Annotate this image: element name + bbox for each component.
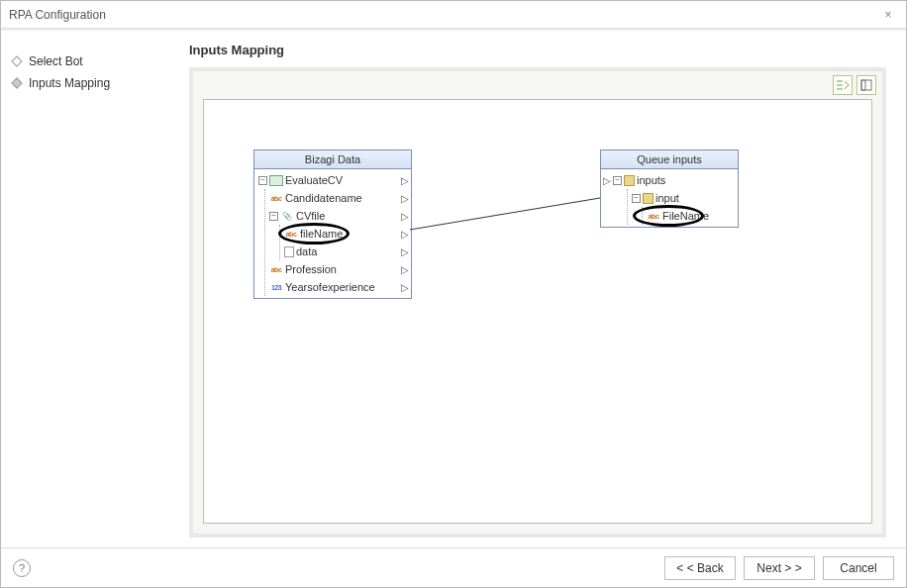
text-icon: abc [269, 193, 283, 204]
tree-row-filename[interactable]: abc fileName ▷ [284, 225, 411, 243]
mapping-canvas-wrap: Bizagi Data − EvaluateCV ▷ [189, 67, 886, 538]
output-port[interactable]: ▷ [401, 211, 409, 222]
tree-label: fileName [300, 228, 343, 240]
text-icon: abc [647, 211, 660, 222]
next-button[interactable]: Next > > [744, 556, 815, 580]
tree-row-evaluatecv[interactable]: − EvaluateCV ▷ [254, 171, 411, 189]
output-port[interactable]: ▷ [401, 246, 409, 257]
svg-rect-1 [861, 80, 865, 90]
collapse-icon[interactable]: − [258, 176, 267, 185]
step-select-bot[interactable]: Select Bot [13, 50, 167, 72]
tree-row-inputs[interactable]: ▷ − inputs [601, 171, 738, 189]
auto-map-icon [836, 79, 850, 91]
file-icon [284, 246, 294, 257]
collapse-icon[interactable]: − [613, 176, 622, 185]
text-icon: abc [269, 264, 283, 275]
tree-label: Profession [285, 263, 337, 275]
tree-row-cvfile[interactable]: − 📎 CVfile ▷ [269, 207, 411, 225]
layout-button[interactable] [857, 75, 876, 95]
help-button[interactable]: ? [13, 559, 31, 577]
svg-line-2 [410, 198, 600, 230]
cancel-button[interactable]: Cancel [823, 556, 894, 580]
section-title: Inputs Mapping [189, 43, 886, 57]
output-port[interactable]: ▷ [401, 264, 409, 275]
output-port[interactable]: ▷ [401, 229, 409, 240]
attachment-icon: 📎 [280, 211, 294, 222]
footer: ? < < Back Next > > Cancel [1, 547, 906, 587]
wizard-sidebar: Select Bot Inputs Mapping [1, 31, 179, 547]
back-button[interactable]: < < Back [664, 556, 736, 580]
layout-icon [860, 79, 872, 91]
number-icon: 123 [269, 282, 283, 293]
step-inputs-mapping[interactable]: Inputs Mapping [13, 72, 167, 94]
mapping-connector [410, 194, 603, 234]
tree-label: Candidatename [285, 192, 362, 204]
tree-row-yearsofexperience[interactable]: 123 Yearsofexperience ▷ [269, 278, 411, 296]
queue-inputs-panel[interactable]: Queue inputs ▷ − inputs [600, 149, 739, 228]
output-port[interactable]: ▷ [401, 193, 409, 204]
tree-row-filename-target[interactable]: abc FileName [647, 207, 738, 225]
diamond-icon [11, 77, 22, 88]
input-port[interactable]: ▷ [603, 175, 611, 186]
mapping-canvas[interactable]: Bizagi Data − EvaluateCV ▷ [203, 99, 872, 524]
tree-row-profession[interactable]: abc Profession ▷ [269, 260, 411, 278]
tree-row-data[interactable]: data ▷ [284, 243, 411, 260]
tree-label: CVfile [296, 210, 325, 222]
tree-label: input [655, 192, 679, 204]
collapse-icon[interactable]: − [632, 194, 641, 203]
panel-header: Bizagi Data [254, 150, 411, 169]
diamond-icon [11, 55, 22, 66]
tree-row-input[interactable]: − input [632, 189, 738, 207]
object-icon [624, 175, 635, 186]
window-title: RPA Configuration [9, 8, 106, 22]
titlebar: RPA Configuration × [1, 1, 906, 29]
tree-label: FileName [662, 210, 709, 222]
auto-map-button[interactable] [833, 75, 853, 95]
tree-label: Yearsofexperience [285, 281, 375, 293]
entity-icon [269, 175, 283, 186]
bizagi-data-panel[interactable]: Bizagi Data − EvaluateCV ▷ [253, 149, 412, 299]
help-icon: ? [19, 562, 25, 574]
close-button[interactable]: × [878, 5, 898, 25]
tree-label: data [296, 245, 317, 257]
tree-label: inputs [637, 174, 665, 186]
collapse-icon[interactable]: − [269, 212, 278, 221]
svg-rect-0 [861, 80, 871, 90]
tree-label: EvaluateCV [285, 174, 343, 186]
panel-header: Queue inputs [601, 150, 738, 169]
step-label: Inputs Mapping [29, 76, 110, 90]
object-icon [643, 193, 654, 204]
output-port[interactable]: ▷ [401, 175, 409, 186]
close-icon: × [884, 8, 891, 22]
output-port[interactable]: ▷ [401, 282, 409, 293]
tree-row-candidatename[interactable]: abc Candidatename ▷ [269, 189, 411, 207]
text-icon: abc [284, 229, 298, 240]
step-label: Select Bot [29, 54, 83, 68]
